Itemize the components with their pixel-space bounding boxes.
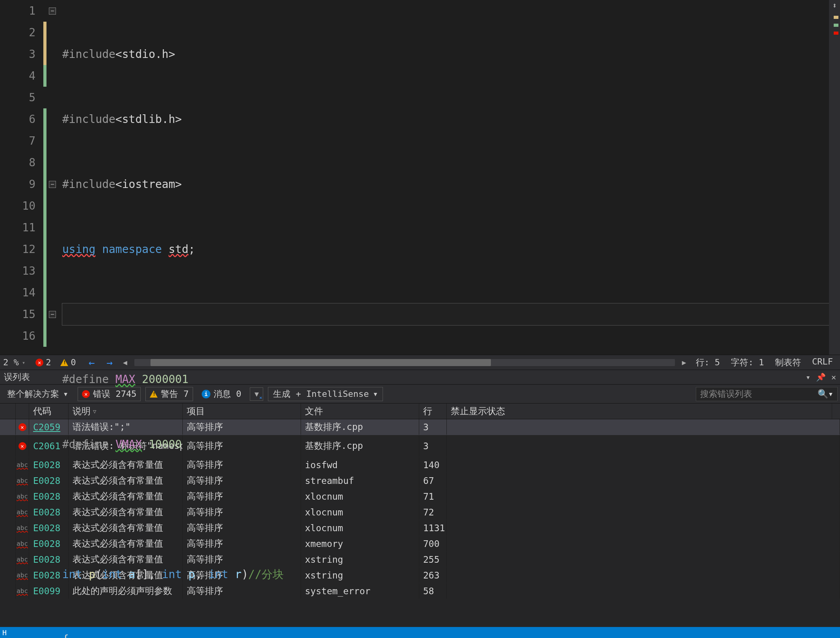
filter-icon: ▼ (255, 390, 259, 398)
zoom-dropdown-icon[interactable]: ▾ (22, 359, 31, 366)
error-icon: ✕ (19, 423, 26, 431)
line-number: 6 (0, 108, 35, 130)
overview-ruler[interactable]: ⬍ (829, 0, 840, 355)
comment: //分块 (248, 568, 284, 581)
header-name: <stdio.h> (115, 48, 175, 61)
type: int (62, 568, 82, 581)
clear-filter-button[interactable]: ▼ ✕ (250, 387, 263, 401)
horizontal-scrollbar[interactable] (134, 359, 675, 366)
panel-title: 误列表 (4, 371, 30, 383)
line-number: 15 (0, 303, 35, 325)
preproc-directive: #define (62, 438, 109, 451)
preproc-directive: #include (62, 113, 115, 126)
punct: , (195, 568, 208, 581)
line-number: 12 (0, 238, 35, 260)
preproc-directive: #include (62, 178, 115, 191)
line-number: 16 (0, 325, 35, 347)
scrollbar-thumb[interactable] (151, 359, 491, 366)
line-number: 1 (0, 0, 35, 22)
error-icon: ✕ (35, 359, 43, 366)
line-number: 2 (0, 22, 35, 43)
fold-column[interactable]: − − − (46, 0, 58, 355)
fold-toggle-icon[interactable]: − (49, 7, 56, 15)
intellisense-icon: abc (17, 508, 28, 516)
error-code-link[interactable]: E0028 (33, 570, 60, 580)
clear-icon: ✕ (259, 395, 262, 400)
type: int (208, 568, 229, 581)
intellisense-icon: abc (17, 587, 28, 595)
number: 10000 (149, 438, 182, 451)
warning-icon (150, 391, 158, 398)
error-count: 2 (46, 357, 51, 367)
error-code-link[interactable]: E0028 (33, 460, 60, 470)
punct: ; (188, 243, 195, 256)
macro-name: VMAX (115, 438, 142, 451)
number: 2000001 (142, 373, 188, 386)
intellisense-icon: abc (17, 493, 28, 500)
function-name: p (89, 568, 95, 581)
type: int (162, 568, 182, 581)
keyword: namespace (102, 243, 162, 256)
intellisense-icon: abc (17, 571, 28, 579)
line-number: 3 (0, 43, 35, 65)
param: r (235, 568, 242, 581)
header-icon[interactable] (16, 404, 29, 419)
intellisense-icon: abc (17, 540, 28, 547)
preproc-directive: #include (62, 48, 115, 61)
error-code-link[interactable]: E0028 (33, 476, 60, 486)
error-code-link[interactable]: C2059 (33, 422, 60, 432)
error-code-link[interactable]: C2061 (33, 441, 60, 451)
error-code-link[interactable]: E0028 (33, 491, 60, 502)
intellisense-icon: abc (17, 477, 28, 484)
error-code-link[interactable]: E0099 (33, 586, 60, 596)
error-count-badge[interactable]: ✕ 2 (31, 357, 56, 367)
error-code-link[interactable]: E0028 (33, 507, 60, 517)
error-icon: ✕ (19, 442, 26, 450)
warning-icon (60, 359, 68, 366)
line-number: 14 (0, 282, 35, 303)
intellisense-icon: abc (17, 556, 28, 563)
intellisense-icon: abc (17, 461, 28, 469)
status-text: H (2, 629, 7, 637)
error-code-link[interactable]: E0028 (33, 539, 60, 549)
keyword: using (62, 243, 95, 256)
header-blank[interactable] (0, 404, 16, 419)
brace: { (62, 633, 69, 638)
preproc-directive: #define (62, 373, 109, 386)
line-number: 4 (0, 65, 35, 87)
line-number: 5 (0, 87, 35, 108)
line-number: 11 (0, 217, 35, 238)
macro-name: MAX (115, 373, 136, 386)
punct: , (149, 568, 162, 581)
error-code-link[interactable]: E0028 (33, 554, 60, 565)
change-indicator-bar (43, 0, 46, 355)
type: int (102, 568, 122, 581)
param: p (188, 568, 195, 581)
line-number: 7 (0, 130, 35, 152)
line-number-gutter: 1 2 3 4 5 6 7 8 9 10 11 12 13 14 15 16 (0, 0, 43, 355)
header-name: <iostream> (115, 178, 182, 191)
intellisense-icon: abc (17, 524, 28, 532)
line-number: 13 (0, 260, 35, 282)
line-number: 10 (0, 195, 35, 217)
zoom-level[interactable]: 2 % (0, 357, 22, 367)
fold-toggle-icon[interactable]: − (49, 181, 56, 188)
fold-toggle-icon[interactable]: − (49, 311, 56, 318)
code-content[interactable]: #include<stdio.h> #include<stdlib.h> #in… (58, 0, 840, 355)
punct: ) (242, 568, 248, 581)
param: a (129, 568, 136, 581)
current-line[interactable] (62, 303, 840, 325)
header-name: <stdlib.h> (115, 113, 182, 126)
punct: [] (135, 568, 149, 581)
identifier: std (169, 243, 189, 256)
split-handle-icon[interactable]: ⬍ (829, 0, 840, 11)
solution-scope-label: 整个解决方案 (7, 388, 59, 400)
line-number: 8 (0, 152, 35, 173)
line-number: 9 (0, 173, 35, 195)
code-editor[interactable]: 1 2 3 4 5 6 7 8 9 10 11 12 13 14 15 16 − (0, 0, 840, 355)
error-code-link[interactable]: E0028 (33, 523, 60, 533)
